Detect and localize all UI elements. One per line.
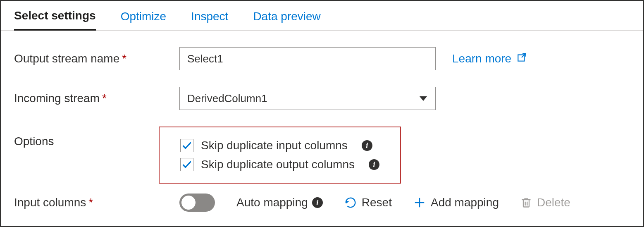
options-label: Options xyxy=(14,127,179,148)
learn-more-text: Learn more xyxy=(452,52,511,65)
option-skip-output: Skip duplicate output columns i xyxy=(180,158,379,171)
label-text: Input columns xyxy=(14,196,86,209)
options-highlight: Skip duplicate input columns i Skip dupl… xyxy=(159,127,401,184)
plus-icon xyxy=(413,196,426,209)
skip-output-checkbox[interactable] xyxy=(180,158,193,171)
incoming-stream-field: DerivedColumn1 xyxy=(179,87,436,110)
required-marker: * xyxy=(88,197,93,208)
row-options: Options Skip duplicate input columns i xyxy=(14,127,630,184)
chevron-down-icon xyxy=(420,96,427,101)
option-skip-input: Skip duplicate input columns i xyxy=(180,139,379,152)
output-stream-field xyxy=(179,47,436,70)
incoming-stream-label: Incoming stream * xyxy=(14,92,179,105)
label-text: Options xyxy=(14,135,54,148)
tab-data-preview[interactable]: Data preview xyxy=(253,7,320,30)
skip-output-label: Skip duplicate output columns xyxy=(201,158,355,171)
required-marker: * xyxy=(102,93,107,104)
skip-input-checkbox[interactable] xyxy=(180,139,193,152)
delete-label: Delete xyxy=(537,196,570,209)
auto-mapping-label: Auto mapping i xyxy=(236,196,323,209)
row-input-columns: Input columns * Auto mapping i xyxy=(14,194,630,212)
add-mapping-button[interactable]: Add mapping xyxy=(413,196,499,209)
input-columns-toolbar: Auto mapping i Reset xyxy=(179,194,570,212)
auto-mapping-toggle[interactable] xyxy=(179,194,215,212)
reset-label: Reset xyxy=(362,196,392,209)
info-icon[interactable]: i xyxy=(369,159,379,170)
input-columns-label: Input columns * xyxy=(14,196,179,209)
add-mapping-label: Add mapping xyxy=(431,196,499,209)
output-stream-label: Output stream name * xyxy=(14,52,179,65)
incoming-stream-select[interactable]: DerivedColumn1 xyxy=(179,87,436,110)
check-icon xyxy=(181,140,192,151)
select-value: DerivedColumn1 xyxy=(187,92,267,105)
check-icon xyxy=(181,159,192,170)
row-output-stream: Output stream name * Learn more xyxy=(14,47,630,70)
tab-select-settings[interactable]: Select settings xyxy=(14,6,96,31)
row-incoming-stream: Incoming stream * DerivedColumn1 xyxy=(14,87,630,110)
required-marker: * xyxy=(122,53,126,65)
tab-optimize[interactable]: Optimize xyxy=(121,7,166,30)
learn-more-link[interactable]: Learn more xyxy=(452,52,527,66)
delete-button: Delete xyxy=(520,196,570,209)
svg-line-1 xyxy=(522,53,526,57)
tab-bar: Select settings Optimize Inspect Data pr… xyxy=(1,1,643,31)
options-field: Skip duplicate input columns i Skip dupl… xyxy=(179,127,436,184)
reset-button[interactable]: Reset xyxy=(344,196,392,209)
output-stream-input[interactable] xyxy=(179,47,436,70)
label-text: Output stream name xyxy=(14,52,119,65)
external-link-icon xyxy=(516,52,527,66)
toggle-knob xyxy=(181,196,196,210)
info-icon[interactable]: i xyxy=(362,140,372,151)
select-settings-panel: Select settings Optimize Inspect Data pr… xyxy=(0,0,644,227)
tab-inspect[interactable]: Inspect xyxy=(191,7,228,30)
label-text: Incoming stream xyxy=(14,92,100,105)
skip-input-label: Skip duplicate input columns xyxy=(201,139,348,152)
info-icon[interactable]: i xyxy=(312,197,323,208)
form-area: Output stream name * Learn more xyxy=(1,31,643,212)
reset-icon xyxy=(344,196,357,209)
trash-icon xyxy=(520,197,532,208)
